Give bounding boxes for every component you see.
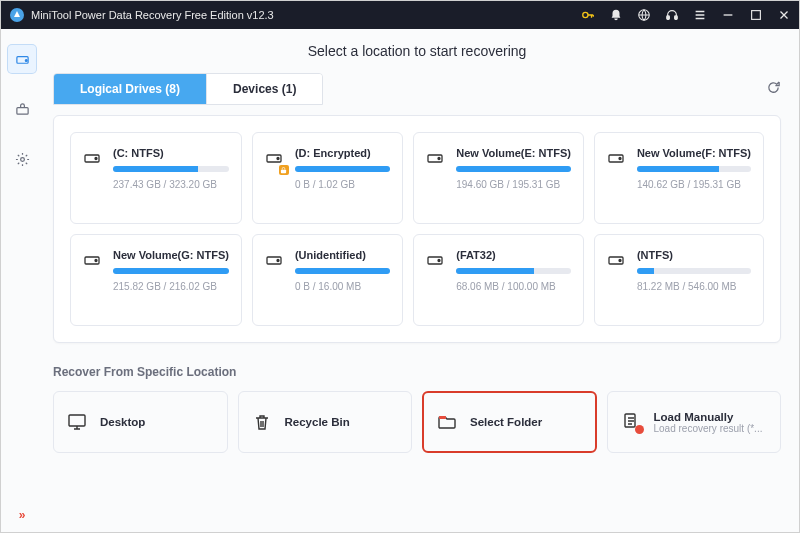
app-icon — [9, 7, 25, 23]
drive-icon — [83, 251, 103, 273]
desktop-icon — [66, 412, 88, 432]
drive-size: 194.60 GB / 195.31 GB — [456, 179, 571, 190]
svg-rect-8 — [16, 107, 27, 114]
tabs-row: Logical Drives (8) Devices (1) — [53, 73, 781, 105]
drive-icon — [265, 251, 285, 273]
drive-icon — [265, 149, 285, 171]
drive-item[interactable]: (D: Encrypted)0 B / 1.02 GB — [252, 132, 403, 224]
svg-rect-5 — [752, 11, 761, 20]
minimize-button[interactable] — [721, 8, 735, 22]
drive-grid: (C: NTFS)237.43 GB / 323.20 GB(D: Encryp… — [70, 132, 764, 326]
key-icon[interactable] — [581, 8, 595, 22]
tabs: Logical Drives (8) Devices (1) — [53, 73, 323, 105]
titlebar: MiniTool Power Data Recovery Free Editio… — [1, 1, 799, 29]
drive-item[interactable]: New Volume(E: NTFS)194.60 GB / 195.31 GB — [413, 132, 584, 224]
drive-usage-bar — [113, 166, 229, 172]
location-grid: Desktop Recycle Bin Select Folder — [53, 391, 781, 453]
app-window: MiniTool Power Data Recovery Free Editio… — [0, 0, 800, 533]
drive-item[interactable]: (NTFS)81.22 MB / 546.00 MB — [594, 234, 764, 326]
drive-icon — [426, 149, 446, 171]
location-label: Select Folder — [470, 416, 583, 428]
drive-name: (FAT32) — [456, 249, 571, 261]
specific-location-header: Recover From Specific Location — [53, 365, 781, 379]
svg-rect-28 — [439, 416, 446, 419]
bell-icon[interactable] — [609, 8, 623, 22]
drive-usage-bar — [456, 166, 571, 172]
sidebar: » — [1, 29, 43, 532]
svg-point-7 — [25, 59, 27, 61]
titlebar-actions — [581, 8, 791, 22]
drive-item[interactable]: (FAT32)68.06 MB / 100.00 MB — [413, 234, 584, 326]
drive-name: (C: NTFS) — [113, 147, 229, 159]
tab-logical-drives[interactable]: Logical Drives (8) — [54, 74, 207, 104]
headphones-icon[interactable] — [665, 8, 679, 22]
svg-rect-27 — [69, 415, 85, 426]
drive-size: 215.82 GB / 216.02 GB — [113, 281, 229, 292]
app-title: MiniTool Power Data Recovery Free Editio… — [31, 9, 581, 21]
drive-size: 68.06 MB / 100.00 MB — [456, 281, 571, 292]
maximize-button[interactable] — [749, 8, 763, 22]
sidebar-item-settings[interactable] — [8, 145, 36, 173]
drive-icon — [83, 149, 103, 171]
drive-item[interactable]: New Volume(G: NTFS)215.82 GB / 216.02 GB — [70, 234, 242, 326]
drive-usage-bar — [637, 268, 751, 274]
svg-point-18 — [619, 158, 621, 160]
svg-point-24 — [438, 260, 440, 262]
drive-usage-bar — [295, 166, 390, 172]
drive-item[interactable]: New Volume(F: NTFS)140.62 GB / 195.31 GB — [594, 132, 764, 224]
drive-name: New Volume(E: NTFS) — [456, 147, 571, 159]
svg-point-16 — [438, 158, 440, 160]
main-area: Select a location to start recovering Lo… — [43, 29, 799, 532]
drive-item[interactable]: (Unidentified)0 B / 16.00 MB — [252, 234, 403, 326]
tab-devices[interactable]: Devices (1) — [207, 74, 322, 104]
folder-icon — [436, 412, 458, 432]
location-select-folder[interactable]: Select Folder — [422, 391, 597, 453]
location-desktop[interactable]: Desktop — [53, 391, 228, 453]
svg-point-11 — [95, 158, 97, 160]
drive-name: (D: Encrypted) — [295, 147, 390, 159]
svg-rect-3 — [667, 16, 670, 20]
drive-icon — [607, 149, 627, 171]
svg-point-20 — [95, 260, 97, 262]
location-load-manually[interactable]: Load Manually Load recovery result (*... — [607, 391, 782, 453]
location-recycle-bin[interactable]: Recycle Bin — [238, 391, 413, 453]
drive-icon — [426, 251, 446, 273]
close-button[interactable] — [777, 8, 791, 22]
drive-usage-bar — [456, 268, 571, 274]
sidebar-item-toolbox[interactable] — [8, 95, 36, 123]
svg-point-26 — [619, 260, 621, 262]
svg-point-13 — [277, 158, 279, 160]
body: » Select a location to start recovering … — [1, 29, 799, 532]
menu-icon[interactable] — [693, 8, 707, 22]
svg-point-9 — [20, 157, 24, 161]
svg-rect-4 — [675, 16, 678, 20]
drives-card: (C: NTFS)237.43 GB / 323.20 GB(D: Encryp… — [53, 115, 781, 343]
refresh-button[interactable] — [766, 80, 781, 99]
drive-size: 237.43 GB / 323.20 GB — [113, 179, 229, 190]
lock-icon — [279, 165, 289, 175]
location-label: Recycle Bin — [285, 416, 400, 428]
drive-name: (NTFS) — [637, 249, 751, 261]
globe-icon[interactable] — [637, 8, 651, 22]
svg-point-1 — [583, 12, 588, 17]
drive-name: New Volume(G: NTFS) — [113, 249, 229, 261]
drive-size: 0 B / 1.02 GB — [295, 179, 390, 190]
svg-point-22 — [277, 260, 279, 262]
drive-usage-bar — [637, 166, 751, 172]
svg-rect-14 — [281, 169, 286, 173]
load-manually-icon — [620, 412, 642, 432]
drive-size: 0 B / 16.00 MB — [295, 281, 390, 292]
location-sublabel: Load recovery result (*... — [654, 423, 769, 434]
location-label: Load Manually — [654, 411, 769, 423]
sidebar-collapse-icon[interactable]: » — [19, 508, 26, 522]
drive-name: (Unidentified) — [295, 249, 390, 261]
drive-size: 81.22 MB / 546.00 MB — [637, 281, 751, 292]
sidebar-item-recovery[interactable] — [8, 45, 36, 73]
recycle-bin-icon — [251, 412, 273, 432]
drive-size: 140.62 GB / 195.31 GB — [637, 179, 751, 190]
drive-item[interactable]: (C: NTFS)237.43 GB / 323.20 GB — [70, 132, 242, 224]
page-title: Select a location to start recovering — [53, 43, 781, 59]
drive-usage-bar — [113, 268, 229, 274]
drive-name: New Volume(F: NTFS) — [637, 147, 751, 159]
location-label: Desktop — [100, 416, 215, 428]
